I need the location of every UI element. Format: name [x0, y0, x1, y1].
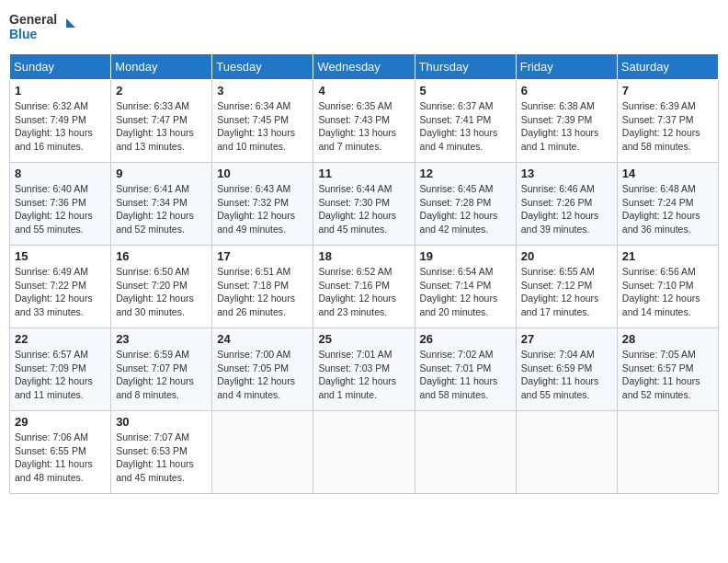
day-number: 25: [318, 332, 409, 346]
calendar-cell: [516, 411, 617, 494]
day-info: Sunrise: 6:50 AM Sunset: 7:20 PM Dayligh…: [116, 265, 207, 319]
day-number: 5: [420, 84, 511, 98]
day-info: Sunrise: 6:46 AM Sunset: 7:26 PM Dayligh…: [521, 182, 612, 236]
column-header-saturday: Saturday: [617, 54, 718, 80]
calendar-cell: 6Sunrise: 6:38 AM Sunset: 7:39 PM Daylig…: [516, 80, 617, 163]
calendar-cell: 21Sunrise: 6:56 AM Sunset: 7:10 PM Dayli…: [617, 246, 718, 328]
calendar-cell: 23Sunrise: 6:59 AM Sunset: 7:07 PM Dayli…: [111, 328, 212, 411]
calendar-cell: 7Sunrise: 6:39 AM Sunset: 7:37 PM Daylig…: [617, 80, 718, 163]
day-number: 17: [217, 249, 308, 263]
calendar-cell: 10Sunrise: 6:43 AM Sunset: 7:32 PM Dayli…: [212, 163, 313, 246]
column-header-friday: Friday: [516, 54, 617, 80]
day-info: Sunrise: 6:37 AM Sunset: 7:41 PM Dayligh…: [420, 99, 511, 154]
day-number: 28: [622, 332, 713, 346]
calendar-cell: 8Sunrise: 6:40 AM Sunset: 7:36 PM Daylig…: [10, 163, 111, 246]
column-header-sunday: Sunday: [10, 54, 111, 80]
day-number: 2: [116, 84, 207, 98]
calendar-cell: 15Sunrise: 6:49 AM Sunset: 7:22 PM Dayli…: [10, 246, 111, 328]
day-info: Sunrise: 7:02 AM Sunset: 7:01 PM Dayligh…: [420, 348, 511, 402]
calendar-cell: 19Sunrise: 6:54 AM Sunset: 7:14 PM Dayli…: [415, 246, 516, 328]
column-header-thursday: Thursday: [415, 54, 516, 80]
svg-text:Blue: Blue: [9, 27, 38, 41]
day-number: 22: [15, 332, 106, 346]
day-number: 26: [420, 332, 511, 346]
day-info: Sunrise: 7:01 AM Sunset: 7:03 PM Dayligh…: [318, 348, 409, 402]
calendar-cell: 29Sunrise: 7:06 AM Sunset: 6:55 PM Dayli…: [10, 411, 111, 494]
day-info: Sunrise: 6:49 AM Sunset: 7:22 PM Dayligh…: [15, 265, 106, 319]
day-number: 14: [622, 167, 713, 180]
calendar-week-row: 29Sunrise: 7:06 AM Sunset: 6:55 PM Dayli…: [10, 411, 719, 494]
day-info: Sunrise: 6:40 AM Sunset: 7:36 PM Dayligh…: [15, 182, 106, 236]
day-number: 20: [521, 249, 612, 263]
day-number: 3: [217, 84, 308, 98]
day-number: 19: [420, 249, 511, 263]
column-header-monday: Monday: [111, 54, 212, 80]
day-info: Sunrise: 6:41 AM Sunset: 7:34 PM Dayligh…: [116, 182, 207, 236]
day-number: 21: [622, 249, 713, 263]
calendar-cell: 3Sunrise: 6:34 AM Sunset: 7:45 PM Daylig…: [212, 80, 313, 163]
calendar-cell: 17Sunrise: 6:51 AM Sunset: 7:18 PM Dayli…: [212, 246, 313, 328]
day-info: Sunrise: 6:35 AM Sunset: 7:43 PM Dayligh…: [318, 99, 409, 154]
calendar-cell: 27Sunrise: 7:04 AM Sunset: 6:59 PM Dayli…: [516, 328, 617, 411]
day-number: 30: [116, 415, 207, 429]
calendar-cell: 26Sunrise: 7:02 AM Sunset: 7:01 PM Dayli…: [415, 328, 516, 411]
calendar-cell: 2Sunrise: 6:33 AM Sunset: 7:47 PM Daylig…: [111, 80, 212, 163]
calendar-cell: 14Sunrise: 6:48 AM Sunset: 7:24 PM Dayli…: [617, 163, 718, 246]
day-number: 11: [318, 167, 409, 180]
day-info: Sunrise: 7:00 AM Sunset: 7:05 PM Dayligh…: [217, 348, 308, 402]
calendar-cell: 25Sunrise: 7:01 AM Sunset: 7:03 PM Dayli…: [313, 328, 415, 411]
day-info: Sunrise: 7:07 AM Sunset: 6:53 PM Dayligh…: [116, 431, 207, 485]
calendar-cell: 24Sunrise: 7:00 AM Sunset: 7:05 PM Dayli…: [212, 328, 313, 411]
page-header: GeneralBlue: [9, 9, 719, 46]
day-number: 18: [318, 249, 409, 263]
day-info: Sunrise: 6:32 AM Sunset: 7:49 PM Dayligh…: [15, 99, 106, 154]
day-number: 23: [116, 332, 207, 346]
calendar-cell: [617, 411, 718, 494]
calendar-cell: [415, 411, 516, 494]
calendar-cell: 12Sunrise: 6:45 AM Sunset: 7:28 PM Dayli…: [415, 163, 516, 246]
day-number: 24: [217, 332, 308, 346]
calendar-cell: 9Sunrise: 6:41 AM Sunset: 7:34 PM Daylig…: [111, 163, 212, 246]
column-header-tuesday: Tuesday: [212, 54, 313, 80]
calendar-cell: 1Sunrise: 6:32 AM Sunset: 7:49 PM Daylig…: [10, 80, 111, 163]
day-info: Sunrise: 6:38 AM Sunset: 7:39 PM Dayligh…: [521, 99, 612, 154]
calendar-header-row: SundayMondayTuesdayWednesdayThursdayFrid…: [10, 54, 719, 80]
calendar-cell: [313, 411, 415, 494]
day-info: Sunrise: 7:06 AM Sunset: 6:55 PM Dayligh…: [15, 431, 106, 485]
column-header-wednesday: Wednesday: [313, 54, 415, 80]
day-number: 6: [521, 84, 612, 98]
calendar-cell: 11Sunrise: 6:44 AM Sunset: 7:30 PM Dayli…: [313, 163, 415, 246]
day-number: 1: [15, 84, 106, 98]
svg-text:General: General: [9, 12, 57, 27]
calendar-week-row: 15Sunrise: 6:49 AM Sunset: 7:22 PM Dayli…: [10, 246, 719, 328]
calendar-cell: 5Sunrise: 6:37 AM Sunset: 7:41 PM Daylig…: [415, 80, 516, 163]
day-info: Sunrise: 6:34 AM Sunset: 7:45 PM Dayligh…: [217, 99, 308, 154]
logo-icon: GeneralBlue: [9, 9, 83, 46]
calendar-cell: 22Sunrise: 6:57 AM Sunset: 7:09 PM Dayli…: [10, 328, 111, 411]
day-info: Sunrise: 6:51 AM Sunset: 7:18 PM Dayligh…: [217, 265, 308, 319]
calendar-cell: 13Sunrise: 6:46 AM Sunset: 7:26 PM Dayli…: [516, 163, 617, 246]
day-info: Sunrise: 6:56 AM Sunset: 7:10 PM Dayligh…: [622, 265, 713, 319]
day-info: Sunrise: 6:45 AM Sunset: 7:28 PM Dayligh…: [420, 182, 511, 236]
day-info: Sunrise: 6:52 AM Sunset: 7:16 PM Dayligh…: [318, 265, 409, 319]
calendar-cell: 18Sunrise: 6:52 AM Sunset: 7:16 PM Dayli…: [313, 246, 415, 328]
calendar-cell: 4Sunrise: 6:35 AM Sunset: 7:43 PM Daylig…: [313, 80, 415, 163]
calendar-cell: 30Sunrise: 7:07 AM Sunset: 6:53 PM Dayli…: [111, 411, 212, 494]
calendar-cell: 20Sunrise: 6:55 AM Sunset: 7:12 PM Dayli…: [516, 246, 617, 328]
day-info: Sunrise: 6:33 AM Sunset: 7:47 PM Dayligh…: [116, 99, 207, 154]
day-info: Sunrise: 6:55 AM Sunset: 7:12 PM Dayligh…: [521, 265, 612, 319]
day-info: Sunrise: 6:54 AM Sunset: 7:14 PM Dayligh…: [420, 265, 511, 319]
calendar-week-row: 22Sunrise: 6:57 AM Sunset: 7:09 PM Dayli…: [10, 328, 719, 411]
day-info: Sunrise: 6:57 AM Sunset: 7:09 PM Dayligh…: [15, 348, 106, 402]
day-number: 7: [622, 84, 713, 98]
calendar-cell: 16Sunrise: 6:50 AM Sunset: 7:20 PM Dayli…: [111, 246, 212, 328]
day-info: Sunrise: 6:39 AM Sunset: 7:37 PM Dayligh…: [622, 99, 713, 154]
day-info: Sunrise: 6:43 AM Sunset: 7:32 PM Dayligh…: [217, 182, 308, 236]
day-number: 8: [15, 167, 106, 180]
day-number: 29: [15, 415, 106, 429]
svg-marker-2: [66, 18, 75, 28]
day-info: Sunrise: 7:04 AM Sunset: 6:59 PM Dayligh…: [521, 348, 612, 402]
day-number: 27: [521, 332, 612, 346]
day-info: Sunrise: 6:48 AM Sunset: 7:24 PM Dayligh…: [622, 182, 713, 236]
day-number: 4: [318, 84, 409, 98]
